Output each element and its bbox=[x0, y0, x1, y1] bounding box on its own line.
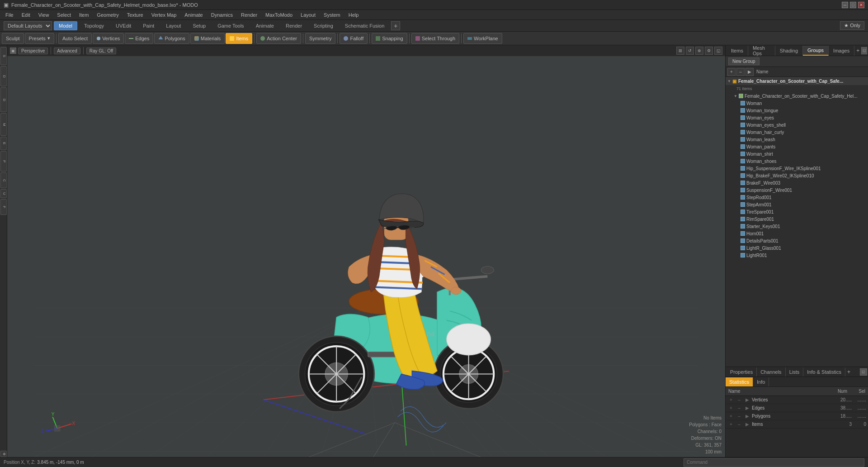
sidebar-polygon[interactable]: P bbox=[0, 151, 7, 172]
list-item[interactable]: DetailsParts001 bbox=[726, 237, 868, 244]
maximize-button[interactable]: □ bbox=[850, 2, 856, 8]
tab-uvedit[interactable]: UVEdit bbox=[111, 21, 136, 30]
snapping-button[interactable]: Snapping bbox=[372, 33, 407, 44]
menu-geometry[interactable]: Geometry bbox=[93, 11, 122, 19]
list-item[interactable]: Hip_BrakeF_Wire02_IKSpline010 bbox=[726, 172, 868, 179]
tree-arrow-button[interactable]: ▶ bbox=[745, 68, 754, 76]
stats-plus-icon[interactable]: + bbox=[727, 397, 735, 402]
tab-properties[interactable]: Properties bbox=[726, 367, 757, 376]
tab-model[interactable]: Model bbox=[54, 21, 77, 30]
list-item[interactable]: Woman_shirt bbox=[726, 150, 868, 157]
tab-animate[interactable]: Animate bbox=[251, 21, 279, 30]
sidebar-duplicate[interactable]: D bbox=[0, 87, 7, 112]
add-layout-button[interactable]: + bbox=[391, 21, 400, 30]
list-item[interactable]: RimSpare001 bbox=[726, 215, 868, 223]
items-button[interactable]: Items bbox=[226, 33, 252, 44]
tree-minus-button[interactable]: – bbox=[736, 68, 745, 76]
viewport-settings-icon[interactable]: ⚙ bbox=[705, 47, 713, 55]
tree-add-button[interactable]: + bbox=[727, 68, 736, 76]
presets-button[interactable]: Presets ▾ bbox=[25, 33, 54, 44]
new-group-button[interactable]: New Group bbox=[728, 57, 760, 65]
sidebar-fusion[interactable]: F bbox=[0, 199, 7, 215]
edges-button[interactable]: Edges bbox=[125, 33, 153, 44]
stats-minus-icon[interactable]: – bbox=[736, 422, 743, 427]
sidebar-uv[interactable]: U bbox=[0, 189, 7, 198]
stats-row-vertices[interactable]: + – ▶ Vertices 20..... ....... bbox=[726, 396, 868, 404]
sidebar-extra[interactable]: ⊕ bbox=[0, 451, 7, 457]
tab-paint[interactable]: Paint bbox=[138, 21, 159, 30]
action-center-button[interactable]: Action Center bbox=[256, 33, 301, 44]
panel-tab-images[interactable]: Images bbox=[829, 46, 854, 56]
viewport-rotate-icon[interactable]: ↺ bbox=[686, 47, 694, 55]
tab-schematic-fusion[interactable]: Schematic Fusion bbox=[340, 21, 389, 30]
menu-animate[interactable]: Animate bbox=[181, 11, 206, 19]
menu-view[interactable]: View bbox=[35, 11, 53, 19]
materials-button[interactable]: Materials bbox=[190, 33, 225, 44]
viewport-expand-icon[interactable]: ◱ bbox=[714, 47, 722, 55]
bottom-tab-add[interactable]: + bbox=[845, 368, 852, 376]
auto-select-button[interactable]: Auto Select bbox=[58, 33, 92, 44]
list-item[interactable]: StepArm001 bbox=[726, 201, 868, 208]
subtab-info[interactable]: Info bbox=[753, 377, 769, 386]
menu-dynamics[interactable]: Dynamics bbox=[208, 11, 236, 19]
menu-system[interactable]: System bbox=[320, 11, 344, 19]
list-item[interactable]: Woman_eyes_shell bbox=[726, 121, 868, 129]
panel-tab-items[interactable]: Items bbox=[726, 46, 748, 56]
list-item[interactable]: ▼ Female_Character_on_Scooter_with_Cap_S… bbox=[726, 92, 868, 100]
panel-tab-add[interactable]: + bbox=[854, 47, 861, 55]
list-item[interactable]: LightR_Glass001 bbox=[726, 244, 868, 252]
sidebar-deform[interactable]: D bbox=[0, 66, 7, 86]
select-through-button[interactable]: Select Through bbox=[411, 33, 459, 44]
tab-channels[interactable]: Channels bbox=[757, 367, 785, 376]
tree-root-item[interactable]: ▼ ▣ Female_Character_on_Scooter_with_Cap… bbox=[726, 77, 868, 85]
close-button[interactable]: ✕ bbox=[858, 2, 864, 8]
sidebar-mesh-edit[interactable]: M bbox=[0, 113, 7, 136]
panel-expand-icon[interactable]: ◱ bbox=[861, 47, 867, 54]
list-item[interactable]: Starter_Keys001 bbox=[726, 223, 868, 230]
titlebar-controls[interactable]: ─ □ ✕ bbox=[842, 2, 864, 8]
menu-vertex-map[interactable]: Vertex Map bbox=[148, 11, 180, 19]
tab-scripting[interactable]: Scripting bbox=[309, 21, 338, 30]
menu-render[interactable]: Render bbox=[237, 11, 261, 19]
menu-item[interactable]: Item bbox=[75, 11, 92, 19]
list-item[interactable]: Woman_pants bbox=[726, 143, 868, 150]
list-item[interactable]: StepRod001 bbox=[726, 194, 868, 201]
stats-play-icon[interactable]: ▶ bbox=[744, 414, 751, 419]
bottom-panel-expand-icon[interactable]: ◱ bbox=[860, 368, 867, 376]
menu-edit[interactable]: Edit bbox=[18, 11, 34, 19]
menu-texture[interactable]: Texture bbox=[123, 11, 147, 19]
list-item[interactable]: Woman bbox=[726, 100, 868, 107]
only-button[interactable]: ★ Only bbox=[840, 21, 864, 30]
list-item[interactable]: Woman_tongue bbox=[726, 107, 868, 114]
list-item[interactable]: Woman_shoes bbox=[726, 157, 868, 165]
stats-plus-icon[interactable]: + bbox=[727, 414, 735, 419]
stats-minus-icon[interactable]: – bbox=[736, 414, 743, 419]
list-item[interactable]: Woman_eyes bbox=[726, 114, 868, 121]
tab-setup[interactable]: Setup bbox=[188, 21, 211, 30]
sidebar-sculpt[interactable]: S bbox=[0, 47, 7, 65]
workplane-button[interactable]: WorkPlane bbox=[463, 33, 502, 44]
stats-plus-icon[interactable]: + bbox=[727, 405, 735, 410]
panel-tab-groups[interactable]: Groups bbox=[803, 46, 829, 56]
tab-topology[interactable]: Topology bbox=[79, 21, 109, 30]
list-item[interactable]: BrakeF_Wire003 bbox=[726, 179, 868, 186]
tab-game-tools[interactable]: Game Tools bbox=[212, 21, 249, 30]
command-input[interactable]: Command bbox=[684, 458, 864, 467]
list-item[interactable]: Horn001 bbox=[726, 230, 868, 237]
stats-play-icon[interactable]: ▶ bbox=[744, 397, 751, 402]
perspective-button[interactable]: Perspective bbox=[18, 48, 48, 54]
list-item[interactable]: SuspensionF_Wire001 bbox=[726, 186, 868, 194]
advanced-button[interactable]: Advanced bbox=[54, 48, 80, 54]
menu-help[interactable]: Help bbox=[345, 11, 363, 19]
list-item[interactable]: TireSpare001 bbox=[726, 208, 868, 215]
list-item[interactable]: Hip_SuspensionF_Wire_IKSpline001 bbox=[726, 165, 868, 172]
falloff-button[interactable]: Falloff bbox=[340, 33, 368, 44]
stats-plus-icon[interactable]: + bbox=[727, 422, 735, 427]
sidebar-curve[interactable]: C bbox=[0, 172, 7, 188]
panel-tab-mesh-ops[interactable]: Mesh Ops bbox=[748, 46, 775, 56]
list-item[interactable]: Woman_leash bbox=[726, 136, 868, 143]
list-item[interactable]: LightR001 bbox=[726, 252, 868, 259]
minimize-button[interactable]: ─ bbox=[842, 2, 848, 8]
menu-maxtomodo[interactable]: MaxToModo bbox=[262, 11, 296, 19]
stats-play-icon[interactable]: ▶ bbox=[744, 422, 751, 427]
